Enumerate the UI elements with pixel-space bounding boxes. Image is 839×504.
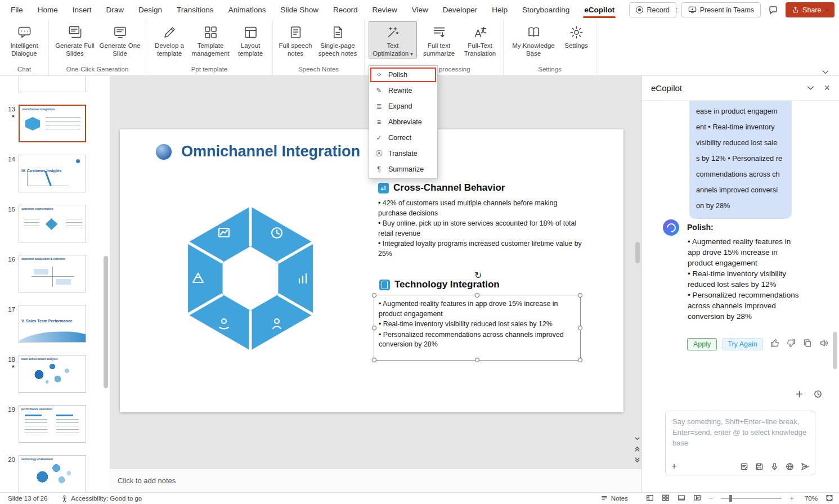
read-aloud-button[interactable] bbox=[819, 339, 828, 350]
menu-tab[interactable]: eCopilot bbox=[577, 0, 622, 20]
menu-tab[interactable]: Developer bbox=[436, 0, 485, 20]
copy-button[interactable] bbox=[803, 339, 812, 350]
zoom-out-button[interactable]: − bbox=[709, 495, 714, 502]
microphone-icon[interactable] bbox=[770, 462, 779, 471]
slide-sorter-view-button[interactable] bbox=[662, 494, 670, 503]
canvas-scrollbar[interactable] bbox=[635, 242, 640, 263]
present-in-teams-button[interactable]: Present in Teams bbox=[681, 2, 761, 17]
attach-plus-icon[interactable]: + bbox=[671, 462, 677, 471]
menu-tab[interactable]: File bbox=[3, 0, 30, 20]
menu-item[interactable]: ≡ Abbreviate bbox=[369, 114, 437, 130]
slide-thumbnail[interactable]: team achievement analysis bbox=[19, 355, 86, 393]
notes-pane[interactable]: Click to add notes bbox=[110, 469, 641, 492]
thumbs-down-button[interactable] bbox=[787, 339, 796, 350]
collapse-ribbon-button[interactable] bbox=[822, 66, 830, 72]
resize-handle-n[interactable] bbox=[475, 293, 479, 298]
resize-handle-w[interactable] bbox=[372, 326, 376, 330]
send-icon[interactable] bbox=[801, 462, 809, 471]
normal-view-button[interactable] bbox=[646, 494, 654, 503]
menu-item[interactable]: ✎ Rewrite bbox=[369, 83, 437, 98]
slide-thumbnail[interactable]: customer acquisition & retention bbox=[19, 255, 86, 292]
section-heading[interactable]: Technology Integration bbox=[394, 279, 500, 290]
zoom-in-button[interactable]: + bbox=[789, 495, 794, 502]
slide-thumbnail[interactable]: omnichannel integration bbox=[19, 105, 86, 142]
resize-handle-e[interactable] bbox=[578, 326, 582, 330]
reading-view-button[interactable] bbox=[678, 494, 685, 503]
bullet-text[interactable]: • Augmented reality features in app drov… bbox=[379, 299, 578, 319]
menu-item[interactable]: Ⓐ Translate bbox=[369, 146, 437, 161]
close-icon[interactable]: × bbox=[824, 84, 830, 92]
menu-tab[interactable]: Transitions bbox=[169, 0, 221, 20]
slide-thumbnail[interactable]: technology enablement bbox=[19, 455, 86, 492]
menu-tab[interactable]: Slide Show bbox=[273, 0, 326, 20]
try-again-button[interactable]: Try Again bbox=[722, 338, 762, 350]
notes-toggle-button[interactable]: Notes bbox=[600, 494, 628, 502]
menu-item[interactable]: ✧ Polish bbox=[369, 67, 437, 83]
bullet-text[interactable]: • Personalized recommendations across ch… bbox=[379, 330, 578, 350]
layout-template-button[interactable]: Layout template bbox=[232, 21, 268, 58]
menu-tab[interactable]: Draw bbox=[99, 0, 132, 20]
slide-title[interactable]: Omnichannel Integration bbox=[181, 143, 360, 160]
section-heading[interactable]: Cross-Channel Behavior bbox=[393, 182, 505, 194]
menu-tab[interactable]: Animations bbox=[221, 0, 273, 20]
bullet-text[interactable]: • Real-time inventory visibility reduced… bbox=[379, 320, 578, 330]
slide-title-block[interactable]: Omnichannel Integration bbox=[156, 143, 360, 160]
single-page-speech-notes-button[interactable]: Single-page speech notes bbox=[315, 21, 360, 58]
hexagon-cycle-diagram[interactable] bbox=[172, 200, 329, 357]
my-knowledge-base-button[interactable]: My Knowledge Base bbox=[508, 21, 559, 58]
selected-textbox[interactable]: • Augmented reality features in app drov… bbox=[374, 295, 581, 361]
next-slide-button[interactable] bbox=[634, 457, 640, 463]
bullet-text[interactable]: • 42% of customers used multiple channel… bbox=[378, 199, 587, 218]
menu-tab[interactable]: View bbox=[405, 0, 436, 20]
fit-to-window-button[interactable] bbox=[825, 494, 833, 503]
resize-handle-ne[interactable] bbox=[578, 293, 582, 298]
menu-tab[interactable]: Review bbox=[365, 0, 405, 20]
bullet-text[interactable]: • Buy online, pick up in store services … bbox=[378, 219, 587, 238]
chevron-down-icon[interactable] bbox=[806, 84, 815, 92]
panel-scrollbar[interactable] bbox=[833, 332, 837, 369]
history-clock-icon[interactable] bbox=[814, 390, 822, 398]
thumbnail-scrollbar[interactable] bbox=[104, 256, 108, 388]
slide-thumbnail[interactable]: V. Sales Team Performance bbox=[19, 305, 86, 343]
chat-input[interactable] bbox=[666, 411, 815, 454]
save-icon[interactable] bbox=[755, 462, 764, 471]
menu-item[interactable]: ≣ Expand bbox=[369, 98, 437, 114]
menu-tab[interactable]: Help bbox=[484, 0, 515, 20]
menu-item[interactable]: ✓ Correct bbox=[369, 130, 437, 146]
generate-one-slide-button[interactable]: Generate One Slide bbox=[98, 21, 142, 58]
resize-handle-se[interactable] bbox=[578, 358, 582, 362]
apply-button[interactable]: Apply bbox=[687, 338, 717, 350]
menu-tab[interactable]: Storyboarding bbox=[515, 0, 577, 20]
full-speech-notes-button[interactable]: Full speech notes bbox=[277, 21, 314, 58]
new-chat-plus-icon[interactable] bbox=[795, 390, 804, 398]
menu-item[interactable]: ¶ Summarize bbox=[369, 161, 437, 177]
full-text-translation-button[interactable]: Full-Text Translation bbox=[461, 21, 499, 58]
accessibility-checker[interactable]: Accessibility: Good to go bbox=[61, 495, 142, 502]
scroll-down-icon[interactable] bbox=[634, 435, 640, 442]
intelligent-dialogue-button[interactable]: Intelligent Dialogue bbox=[4, 21, 44, 58]
zoom-slider[interactable] bbox=[721, 498, 782, 499]
comments-button[interactable] bbox=[766, 2, 780, 17]
zoom-percentage[interactable]: 70% bbox=[802, 495, 818, 502]
full-text-summarize-button[interactable]: Full text summarize bbox=[418, 21, 460, 58]
menu-tab[interactable]: Record bbox=[326, 0, 365, 20]
menu-tab[interactable]: Insert bbox=[65, 0, 99, 20]
resize-handle-nw[interactable] bbox=[372, 293, 376, 298]
template-management-button[interactable]: Template management bbox=[190, 21, 231, 58]
share-button[interactable]: Share ▾ bbox=[786, 2, 834, 17]
notes-placeholder[interactable]: Click to add notes bbox=[118, 476, 176, 485]
generate-full-slides-button[interactable]: Generate Full Slides bbox=[53, 21, 97, 58]
zoom-slider-thumb[interactable] bbox=[729, 495, 732, 502]
slideshow-view-button[interactable] bbox=[693, 494, 701, 503]
menu-tab[interactable]: Design bbox=[131, 0, 169, 20]
slide-thumbnail[interactable]: performance execution bbox=[19, 405, 86, 443]
globe-icon[interactable] bbox=[786, 462, 794, 471]
slide-thumbnail[interactable] bbox=[19, 76, 86, 92]
note-edit-icon[interactable] bbox=[740, 462, 748, 471]
menu-tab[interactable]: Home bbox=[30, 0, 65, 20]
text-optimization-button[interactable]: Text Optimization▾ ✧ Polish ✎ R bbox=[369, 21, 417, 58]
record-button[interactable]: Record bbox=[629, 2, 676, 17]
previous-slide-button[interactable] bbox=[634, 446, 640, 452]
settings-button[interactable]: Settings bbox=[560, 21, 592, 51]
bullet-text[interactable]: • Integrated loyalty programs increased … bbox=[378, 239, 587, 259]
